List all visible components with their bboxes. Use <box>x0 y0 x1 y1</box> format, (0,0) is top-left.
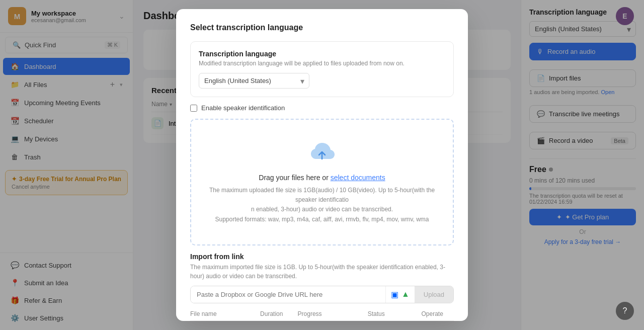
import-link-desc: The maximum imported file size is 1GB. U… <box>190 263 454 281</box>
modal-overlay: Select transcription language Transcript… <box>0 0 644 330</box>
file-progress-section: File name Duration Progress Status Opera… <box>190 310 454 321</box>
speaker-id-checkbox[interactable] <box>190 105 197 112</box>
drop-zone[interactable]: Drag your files here or select documents… <box>190 119 454 245</box>
modal-lang-select[interactable]: English (United States) <box>199 73 309 89</box>
dropbox-icon: ▣ <box>391 290 398 299</box>
fp-col-duration: Duration <box>260 310 293 317</box>
import-link-section: Import from link The maximum imported fi… <box>190 253 454 303</box>
speaker-id-label[interactable]: Enable speaker identification <box>201 104 285 112</box>
fp-col-status: Status <box>368 310 417 317</box>
modal-lang-select-wrap: English (United States) <box>199 73 309 89</box>
modal-lang-desc: Modified transcription language will be … <box>199 60 445 67</box>
file-progress-header: File name Duration Progress Status Opera… <box>190 310 454 321</box>
modal-lang-title: Transcription language <box>199 50 445 58</box>
url-input-row: ▣ ▲ Upload <box>190 286 454 303</box>
fp-col-progress: Progress <box>298 310 363 317</box>
help-button[interactable]: ? <box>616 302 634 320</box>
url-upload-button[interactable]: Upload <box>415 286 453 303</box>
import-link-title: Import from link <box>190 253 454 261</box>
fp-col-operate: Operate <box>421 310 454 317</box>
modal: Select transcription language Transcript… <box>176 9 468 321</box>
cloud-upload-icon <box>201 140 443 169</box>
size-info: The maximum uploaded file size is 1GB(au… <box>201 186 443 224</box>
select-documents-link[interactable]: select documents <box>331 174 385 182</box>
modal-title: Select transcription language <box>190 23 454 32</box>
modal-lang-section: Transcription language Modified transcri… <box>190 41 454 97</box>
url-input[interactable] <box>191 286 385 303</box>
url-input-icons: ▣ ▲ <box>385 286 415 303</box>
fp-col-name: File name <box>190 310 255 317</box>
google-drive-icon: ▲ <box>401 290 410 299</box>
drag-text: Drag your files here or select documents <box>201 174 443 182</box>
speaker-id-row: Enable speaker identification <box>190 104 454 112</box>
